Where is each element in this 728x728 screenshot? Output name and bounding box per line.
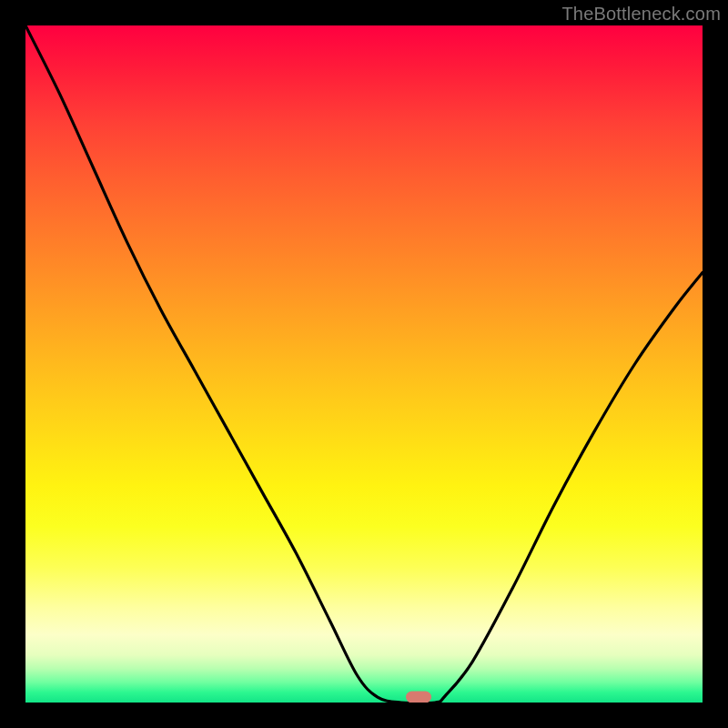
chart-frame: TheBottleneck.com: [0, 0, 728, 728]
optimum-marker: [406, 692, 431, 703]
curve-layer: [25, 25, 703, 703]
bottleneck-curve: [25, 25, 703, 703]
plot-area: [25, 25, 703, 703]
watermark-label: TheBottleneck.com: [561, 4, 721, 25]
